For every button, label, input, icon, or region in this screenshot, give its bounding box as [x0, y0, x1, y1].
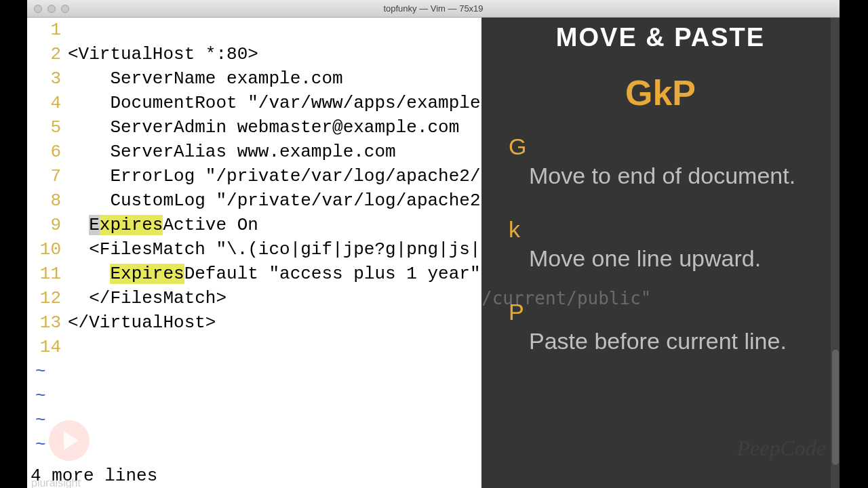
- vim-editor[interactable]: 1 2<VirtualHost *:80> 3 ServerName examp…: [27, 18, 481, 488]
- window-title: topfunky — Vim — 75x19: [27, 3, 840, 14]
- line-number: 14: [27, 335, 68, 359]
- overlay-command: GkP: [481, 73, 840, 113]
- line-number: 5: [27, 115, 68, 140]
- overlay-key: G: [481, 134, 840, 160]
- scrollbar-thumb[interactable]: [832, 350, 839, 465]
- line-number: 3: [27, 66, 68, 91]
- line-number: 7: [27, 164, 68, 188]
- brand-text: pluralsight: [31, 477, 81, 488]
- code-line: ServerName example.com: [68, 66, 343, 91]
- code-line: </FilesMatch>: [68, 286, 226, 310]
- line-number: 9: [27, 213, 68, 237]
- help-overlay: /current/public" example.com-error_log" …: [481, 18, 840, 488]
- empty-tilde: ~: [27, 432, 481, 457]
- overlay-desc: Paste before current line.: [481, 328, 840, 354]
- play-button[interactable]: [49, 420, 90, 461]
- overlay-desc: Move one line upward.: [481, 245, 840, 272]
- code-line: ServerAlias www.example.com: [68, 140, 396, 164]
- code-line: ExpiresActive On: [68, 213, 258, 237]
- empty-tilde: ~: [27, 359, 481, 384]
- code-line: ExpiresDefault "access plus 1 year": [68, 262, 481, 286]
- line-number: 6: [27, 140, 68, 164]
- line-number: 1: [27, 18, 68, 42]
- search-highlight: xpires: [100, 215, 163, 235]
- line-number: 10: [27, 237, 68, 262]
- line-number: 4: [27, 91, 68, 115]
- window-titlebar: topfunky — Vim — 75x19: [27, 0, 840, 18]
- left-letterbox: [0, 0, 27, 488]
- overlay-key: k: [481, 216, 840, 243]
- watermark-text: PeepCode: [737, 436, 827, 461]
- overlay-key: P: [481, 299, 840, 325]
- overlay-title: MOVE & PASTE: [481, 23, 840, 52]
- line-number: 13: [27, 310, 68, 335]
- line-number: 8: [27, 188, 68, 213]
- code-line: <VirtualHost *:80>: [68, 42, 258, 66]
- empty-tilde: ~: [27, 408, 481, 432]
- code-line: ServerAdmin webmaster@example.com: [68, 115, 459, 140]
- empty-tilde: ~: [27, 384, 481, 408]
- right-letterbox: [840, 0, 868, 488]
- code-line: </VirtualHost>: [68, 310, 216, 335]
- play-icon: [64, 431, 79, 450]
- search-highlight: Expires: [110, 264, 184, 284]
- overlay-desc: Move to end of document.: [481, 163, 840, 189]
- cursor-char: E: [89, 215, 100, 235]
- line-number: 12: [27, 286, 68, 310]
- line-number: 11: [27, 262, 68, 286]
- line-number: 2: [27, 42, 68, 66]
